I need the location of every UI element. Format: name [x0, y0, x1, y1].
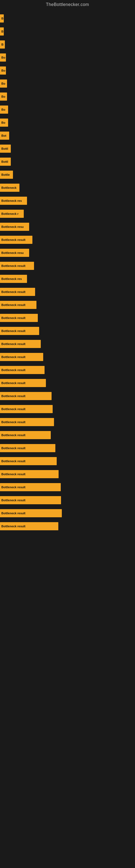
bar-row: Bo	[0, 77, 135, 90]
bar-row: Bottleneck resu	[0, 246, 135, 259]
bar-row: Bottleneck result	[0, 364, 135, 376]
bar-row: Bottleneck result	[0, 429, 135, 442]
bar-label: Bottleneck	[0, 184, 19, 192]
bar-row: Bottleneck result	[0, 350, 135, 364]
bar-row: Bottleneck r	[0, 207, 135, 220]
site-title: TheBottlenecker.com	[0, 0, 135, 9]
bar-label: Bottleneck result	[0, 288, 35, 296]
bar-row: Bottleneck result	[0, 337, 135, 350]
bar-label: B	[0, 27, 4, 35]
bar-row: Bottl	[0, 142, 135, 155]
bar-label: Bo	[0, 66, 6, 74]
bar-label: Bottleneck result	[0, 236, 32, 244]
bar-label: Bottl	[0, 145, 11, 153]
bar-label: Bottleneck result	[0, 262, 34, 270]
bar-row: Bo	[0, 103, 135, 116]
bars-container: BBBBoBoBoBoBoBoBotBottlBottlBottlеBottle…	[0, 9, 135, 538]
bar-label: Bottleneck resu	[0, 223, 29, 231]
bar-row: B	[0, 25, 135, 38]
bar-row: Bottleneck resu	[0, 220, 135, 233]
bar-label: Bo	[0, 80, 7, 88]
bar-label: Bottleneck res	[0, 275, 27, 283]
bar-row: Bottleneck result	[0, 442, 135, 455]
bar-label: Bottleneck result	[0, 366, 45, 374]
bar-label: Bottleneck result	[0, 522, 58, 530]
bar-label: Bottleneck result	[0, 509, 62, 517]
bar-row: Bottleneck result	[0, 324, 135, 337]
bar-label: Bottleneck resu	[0, 249, 29, 257]
bar-label: Bottleneck result	[0, 340, 41, 348]
bar-row: Bo	[0, 116, 135, 129]
bar-row: Bottleneck result	[0, 455, 135, 468]
bar-row: Bottleneck result	[0, 415, 135, 429]
bar-label: Bottlе	[0, 170, 13, 179]
bar-label: Bottleneck result	[0, 327, 39, 335]
bar-label: Bottleneck result	[0, 353, 43, 361]
bar-label: Bottleneck result	[0, 431, 51, 439]
bar-row: Bottleneck res	[0, 272, 135, 285]
bar-row: Bottleneck	[0, 181, 135, 194]
bar-row: Bottleneck result	[0, 376, 135, 390]
bar-row: Bo	[0, 51, 135, 64]
bar-row: Bot	[0, 129, 135, 142]
bar-label: Bottl	[0, 158, 11, 166]
bar-label: Bot	[0, 131, 9, 140]
bar-label: Bo	[0, 105, 8, 114]
bar-label: Bottleneck result	[0, 470, 58, 478]
bar-label: Bottleneck r	[0, 210, 24, 218]
bar-label: Bo	[0, 93, 7, 101]
bar-label: Bottleneck result	[0, 405, 53, 413]
bar-label: Bottleneck result	[0, 444, 55, 452]
bar-label: Bottleneck result	[0, 379, 46, 387]
bar-label: Bottleneck result	[0, 496, 61, 504]
bar-label: B	[0, 14, 4, 23]
bar-row: Bottleneck result	[0, 299, 135, 311]
bar-row: Bottleneck result	[0, 390, 135, 403]
bar-label: Bottleneck res	[0, 197, 27, 205]
bar-row: Bottleneck result	[0, 507, 135, 520]
bar-row: B	[0, 12, 135, 25]
bar-row: Bottleneck result	[0, 520, 135, 533]
bar-row: Bottl	[0, 155, 135, 168]
bar-label: Bottleneck result	[0, 483, 61, 491]
bar-row: Bottleneck result	[0, 233, 135, 246]
bar-row: Bottleneck result	[0, 480, 135, 494]
bar-label: Bo	[0, 54, 6, 62]
bar-row: Bo	[0, 64, 135, 77]
bar-row: Bottlе	[0, 168, 135, 181]
bar-row: Bottleneck result	[0, 285, 135, 299]
bar-row: Bottleneck result	[0, 403, 135, 415]
bar-label: B	[0, 40, 5, 49]
bar-row: Bottleneck result	[0, 311, 135, 324]
bar-row: B	[0, 38, 135, 51]
bar-label: Bottleneck result	[0, 457, 57, 465]
bar-label: Bottleneck result	[0, 418, 54, 426]
bar-label: Bottleneck result	[0, 314, 38, 322]
bar-label: Bo	[0, 119, 8, 127]
bar-label: Bottleneck result	[0, 392, 52, 400]
bar-label: Bottleneck result	[0, 301, 37, 309]
bar-row: Bottleneck result	[0, 494, 135, 507]
bar-row: Bottleneck res	[0, 194, 135, 207]
bar-row: Bottleneck result	[0, 468, 135, 480]
bar-row: Bo	[0, 90, 135, 103]
bar-row: Bottleneck result	[0, 259, 135, 272]
